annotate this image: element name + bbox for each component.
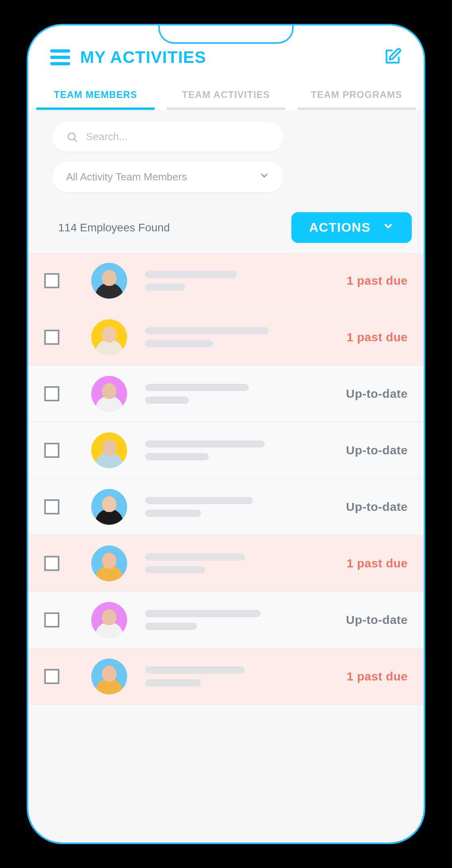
tab-team-members[interactable]: TEAM MEMBERS — [36, 79, 155, 110]
employee-row[interactable]: Up-to-date — [28, 592, 424, 649]
status-label: 1 past due — [347, 557, 412, 570]
search-field[interactable] — [52, 122, 283, 152]
row-checkbox[interactable] — [44, 330, 59, 345]
employee-row[interactable]: 1 past due — [28, 649, 424, 705]
name-placeholder — [137, 667, 337, 686]
avatar — [91, 432, 127, 468]
filter-dropdown[interactable]: All Activity Team Members — [52, 162, 283, 192]
chevron-down-icon — [259, 170, 269, 184]
employee-list: 1 past due1 past dueUp-to-dateUp-to-date… — [28, 253, 424, 843]
name-placeholder — [137, 610, 336, 630]
name-placeholder — [137, 384, 336, 404]
actions-button[interactable]: ACTIONS — [291, 212, 412, 243]
avatar — [91, 602, 127, 638]
row-checkbox[interactable] — [44, 669, 59, 684]
avatar — [91, 545, 127, 581]
status-label: 1 past due — [347, 330, 412, 344]
search-icon — [66, 131, 78, 143]
app-screen: MY ACTIVITIES TEAM MEMBERSTEAM ACTIVITIE… — [28, 25, 424, 843]
search-input[interactable] — [86, 131, 269, 143]
status-label: Up-to-date — [346, 387, 412, 401]
row-checkbox[interactable] — [44, 556, 59, 571]
tab-team-programs[interactable]: TEAM PROGRAMS — [297, 79, 416, 110]
svg-line-1 — [75, 139, 77, 141]
filter-selected-label: All Activity Team Members — [66, 171, 187, 183]
menu-icon[interactable] — [50, 49, 70, 65]
employee-row[interactable]: Up-to-date — [28, 479, 424, 536]
results-row: 114 Employees Found ACTIONS — [28, 200, 424, 253]
actions-button-label: ACTIONS — [309, 220, 371, 235]
avatar — [91, 263, 127, 299]
row-checkbox[interactable] — [44, 612, 59, 628]
name-placeholder — [137, 440, 336, 460]
status-label: 1 past due — [347, 274, 412, 287]
name-placeholder — [137, 327, 337, 347]
status-label: Up-to-date — [346, 613, 412, 627]
results-count: 114 Employees Found — [58, 221, 170, 234]
page-title: MY ACTIVITIES — [80, 48, 206, 67]
employee-row[interactable]: 1 past due — [28, 536, 424, 592]
phone-notch — [158, 24, 294, 44]
row-checkbox[interactable] — [44, 499, 59, 514]
phone-frame: MY ACTIVITIES TEAM MEMBERSTEAM ACTIVITIE… — [27, 24, 425, 844]
employee-row[interactable]: 1 past due — [28, 253, 424, 309]
tabs: TEAM MEMBERSTEAM ACTIVITIESTEAM PROGRAMS — [28, 79, 424, 110]
avatar — [91, 319, 127, 355]
status-label: Up-to-date — [346, 444, 412, 457]
chevron-down-icon — [383, 220, 394, 235]
name-placeholder — [137, 497, 336, 517]
avatar — [91, 489, 127, 525]
name-placeholder — [137, 271, 337, 291]
controls-area: All Activity Team Members — [28, 110, 424, 200]
header-left: MY ACTIVITIES — [50, 48, 206, 67]
avatar — [91, 376, 127, 412]
status-label: Up-to-date — [346, 500, 412, 514]
employee-row[interactable]: Up-to-date — [28, 366, 424, 422]
employee-row[interactable]: 1 past due — [28, 309, 424, 366]
row-checkbox[interactable] — [44, 443, 59, 458]
name-placeholder — [137, 553, 337, 573]
tab-team-activities[interactable]: TEAM ACTIVITIES — [167, 79, 285, 110]
avatar — [91, 659, 127, 694]
row-checkbox[interactable] — [44, 273, 59, 288]
compose-icon[interactable] — [383, 47, 402, 67]
row-checkbox[interactable] — [44, 386, 59, 401]
status-label: 1 past due — [347, 670, 412, 683]
employee-row[interactable]: Up-to-date — [28, 422, 424, 479]
